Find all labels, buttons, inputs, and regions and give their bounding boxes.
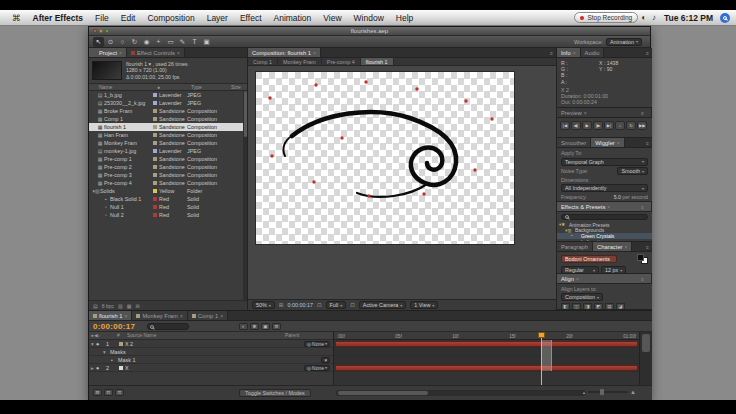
close-window-icon[interactable] — [93, 29, 97, 33]
project-row[interactable]: ▦ Pre-comp 4 Sandstone Composition — [89, 179, 243, 187]
tree-item-icon[interactable]: ▾✱ — [559, 222, 569, 227]
label-color-chip[interactable] — [153, 205, 157, 209]
parent-dropdown[interactable]: ◎None▾ — [304, 365, 330, 371]
stop-recording-button[interactable]: Stop Recording — [574, 12, 638, 23]
column-label[interactable]: ● — [157, 84, 191, 90]
label-color-chip[interactable] — [153, 149, 157, 153]
layer-name[interactable]: X — [125, 365, 304, 371]
presets-search-input[interactable] — [561, 214, 648, 220]
project-scrollbar[interactable] — [243, 91, 247, 300]
menu-item[interactable]: Composition — [141, 10, 200, 26]
zoom-out-mountain-icon[interactable]: ▲ — [582, 390, 586, 395]
layer-duration-bar[interactable] — [335, 365, 638, 371]
layer-row-2[interactable]: ▸ ● 2 X ◎None▾ — [89, 364, 333, 372]
align-button[interactable]: ◫ — [572, 303, 581, 310]
time-ruler[interactable]: :00f05f10f15f20f01:00f — [334, 332, 639, 340]
project-row[interactable]: ▦ Monkey Fram Sandstone Composition — [89, 139, 243, 147]
window-titlebar[interactable]: flourishes.aep — [89, 27, 650, 36]
region-of-interest-icon[interactable]: ⊡ — [350, 302, 355, 308]
layer-column-headers[interactable]: ●◀○ # Source Name Parent — [89, 332, 333, 340]
tool-button[interactable]: ↻ — [129, 37, 140, 47]
project-row[interactable]: ▪ Black Solid 1 Red Solid — [89, 195, 243, 203]
flourish-tail-path[interactable] — [357, 184, 427, 197]
label-color-chip[interactable] — [153, 173, 157, 177]
toggle-switches-modes-button[interactable]: Toggle Switches / Modes — [239, 389, 311, 397]
trash-icon[interactable]: ⊟ — [135, 303, 139, 309]
tab-wiggler[interactable]: Wiggler× — [591, 138, 625, 147]
tool-button[interactable]: ▣ — [201, 37, 212, 47]
frequency-value[interactable]: 5.0 — [614, 194, 621, 200]
transport-button[interactable]: ▶▶ — [637, 121, 647, 130]
grid-guides-icon[interactable]: ⊞ — [279, 302, 284, 308]
timeline-tab[interactable]: Comp 1× — [188, 311, 228, 320]
current-time-indicator-head[interactable] — [538, 332, 545, 338]
menu-item[interactable]: Animation — [268, 10, 318, 26]
parent-dropdown[interactable]: ◎None▾ — [304, 341, 330, 347]
scrollbar-thumb[interactable] — [244, 91, 247, 137]
label-color-chip[interactable] — [153, 181, 157, 185]
switch-button[interactable]: ◐ — [239, 323, 248, 330]
dimensions-dropdown[interactable]: All Independently▾ — [561, 184, 648, 192]
project-row[interactable]: ▤ 1_b.jpg Lavender JPEG — [89, 91, 243, 99]
switch-button[interactable]: ⊞ — [272, 323, 281, 330]
column-size[interactable]: Size — [231, 84, 247, 90]
label-color-chip[interactable] — [153, 117, 157, 121]
window-controls[interactable] — [89, 29, 109, 33]
menu-item[interactable]: File — [89, 10, 115, 26]
transport-button[interactable]: |▶ — [593, 121, 603, 130]
close-icon[interactable]: × — [573, 50, 576, 56]
switch-button[interactable]: ✱ — [250, 323, 259, 330]
label-color-chip[interactable] — [153, 213, 157, 217]
close-icon[interactable]: × — [125, 313, 128, 319]
twirl-icon[interactable]: ▾ — [103, 349, 110, 355]
minimize-window-icon[interactable] — [99, 29, 103, 33]
close-icon[interactable]: × — [576, 276, 579, 282]
viewer-timecode[interactable]: 0:00:00:17 — [287, 302, 312, 308]
pickwhip-icon[interactable]: ◎ — [307, 341, 311, 347]
new-folder-icon[interactable]: ▥ — [118, 303, 123, 309]
visibility-eye-icon[interactable]: ● — [96, 365, 106, 371]
timeline-tab[interactable]: Monkey Fram× — [132, 311, 187, 320]
panel-menu-icon[interactable]: ≡ — [643, 138, 652, 147]
project-row[interactable]: ▾▥ Solids Yellow Folder — [89, 187, 243, 195]
label-color-chip[interactable] — [153, 101, 157, 105]
fill-swatch[interactable] — [637, 254, 644, 261]
timeline-tab[interactable]: flourish 1× — [89, 311, 132, 320]
layer-color-chip[interactable] — [119, 366, 123, 370]
viewer-tab[interactable]: flourish 1 — [361, 58, 394, 65]
current-time-indicator[interactable] — [541, 332, 542, 385]
camera-dropdown[interactable]: Active Camera▾ — [359, 301, 406, 309]
resolution-dropdown[interactable]: Full▾ — [326, 301, 347, 309]
layer-duration-bar[interactable] — [335, 341, 638, 347]
volume-status-icon[interactable]: ♪ — [649, 13, 659, 22]
timeline-horizontal-scrollbar[interactable] — [336, 390, 586, 396]
apple-menu-icon[interactable]: ⌘ — [6, 10, 27, 26]
timeline-search-input[interactable] — [147, 323, 189, 330]
transport-button[interactable]: ▶ — [582, 121, 592, 130]
transport-button[interactable]: |◀ — [560, 121, 570, 130]
align-button[interactable]: ▤ — [605, 303, 614, 310]
tool-button[interactable]: ○ — [117, 37, 128, 47]
fill-stroke-swatches[interactable] — [637, 254, 648, 264]
twirl-icon[interactable]: ▾ — [89, 341, 96, 347]
project-row[interactable]: ▦ Broke Fram Sandstone Composition — [89, 107, 243, 115]
close-icon[interactable]: × — [220, 313, 223, 319]
app-menu[interactable]: After Effects — [27, 10, 90, 26]
menu-item[interactable]: Help — [390, 10, 419, 26]
align-button[interactable]: ◩ — [594, 303, 603, 310]
project-row[interactable]: ▤ 253030__2_k.jpg Lavender JPEG — [89, 99, 243, 107]
menu-item[interactable]: Window — [348, 10, 390, 26]
mask-mode-dropdown[interactable]: ▾ — [321, 357, 330, 363]
tab-audio[interactable]: Audio — [581, 48, 605, 57]
transport-button[interactable]: ♪ — [615, 121, 625, 130]
tree-item-icon[interactable]: ▪ — [571, 233, 581, 238]
align-button[interactable]: ◨ — [583, 303, 592, 310]
tool-button[interactable]: ✎ — [177, 37, 188, 47]
tab-info[interactable]: Info× — [557, 48, 581, 57]
label-color-chip[interactable] — [153, 93, 157, 97]
layer-color-chip[interactable] — [119, 342, 123, 346]
viewer-tab[interactable]: Comp 1 — [248, 58, 278, 65]
align-button[interactable]: ◪ — [616, 303, 625, 310]
panel-menu-icon[interactable]: ≡ — [638, 276, 647, 282]
tab-character[interactable]: Character× — [593, 242, 632, 251]
